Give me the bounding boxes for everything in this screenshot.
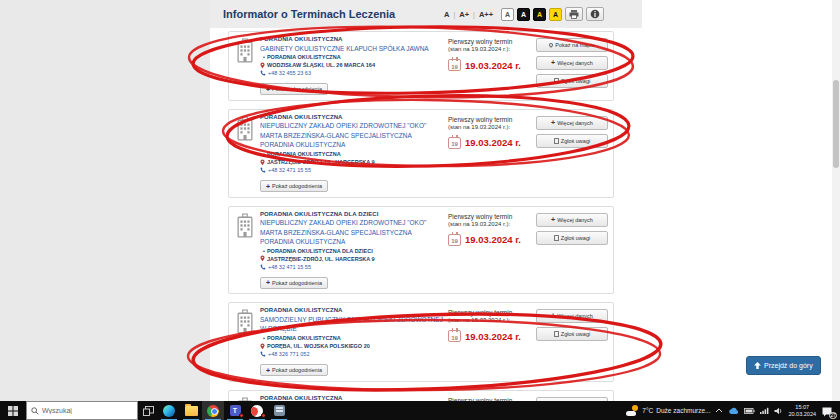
printer-icon [569, 10, 579, 19]
contrast-yellow-black-button[interactable]: A [549, 8, 562, 21]
card-action-label: Więcej danych [557, 217, 593, 223]
bullet-icon: • [263, 54, 265, 60]
hidden-icons-button[interactable] [715, 408, 723, 413]
scrollbar-thumb[interactable] [833, 80, 839, 168]
card-action-plus-button[interactable]: Więcej danych [536, 309, 608, 323]
phone-icon [260, 351, 266, 357]
plus-icon [551, 120, 555, 126]
weather-icon [626, 405, 639, 416]
facility-name-link[interactable]: SAMODZIELNY PUBLICZNY ZAKŁAD OPIEKI ZDRO… [260, 315, 444, 334]
facility-name-link[interactable]: NIEPUBLICZNY ZAKŁAD OPIEKI ZDROWOTNEJ "O… [260, 218, 444, 246]
amenities-label: Pokaż udogodnienia [272, 367, 322, 373]
card-subcategory-label: PORADNIA OKULISTYCZNA [267, 335, 341, 341]
windows-logo-icon [8, 406, 18, 416]
card-phone[interactable]: +48 32 455 23 63 [260, 70, 444, 76]
taskbar-app-edge[interactable] [158, 401, 180, 420]
notes-app-icon [274, 405, 285, 416]
calendar-day: 19 [449, 64, 460, 70]
font-size-larger-button[interactable]: A+ [459, 10, 469, 19]
card-actions: Więcej danychZgłoś uwagi [536, 114, 608, 193]
clock-time: 15:07 [788, 404, 816, 411]
browser-page: Informator o Terminach Leczenia A | A+ |… [210, 0, 832, 401]
taskbar-app-notes[interactable] [268, 401, 290, 420]
card-address: WODZISŁAW ŚLĄSKI, UL. 26 MARCA 164 [260, 62, 444, 69]
note-icon [554, 235, 559, 241]
card-term-info: Pierwszy wolny termin (stan na 15.03.202… [448, 307, 536, 376]
card-action-plus-button[interactable]: Więcej danych [536, 56, 608, 70]
volume-tray-icon[interactable] [774, 407, 783, 415]
contrast-default-button[interactable]: A [501, 8, 514, 21]
facility-name-link[interactable]: GABINETY OKULISTYCZNE KLAPUCH SPÓŁKA JAW… [260, 44, 444, 53]
taskbar-app-file-explorer[interactable] [180, 401, 202, 420]
show-amenities-button[interactable]: +Pokaż udogodnienia [260, 83, 328, 95]
notification-count-badge: 27 [829, 412, 837, 419]
taskbar-app-chrome[interactable] [202, 401, 224, 420]
browser-scrollbar[interactable] [832, 0, 840, 401]
calendar-icon: 19 [448, 59, 461, 71]
plus-icon: + [266, 280, 270, 285]
card-action-label: Zgłoś uwagi [561, 78, 590, 84]
back-to-top-button[interactable]: Przejdź do góry [746, 356, 821, 375]
font-size-largest-button[interactable]: A++ [479, 10, 493, 19]
card-address: JASTRZĘBIE-ZDRÓJ, UL. HARCERSKA 9 [260, 255, 444, 262]
card-action-plus-button[interactable]: Więcej danych [536, 116, 608, 130]
separator: | [473, 11, 475, 18]
info-button[interactable] [586, 7, 604, 21]
card-address-label: JASTRZĘBIE-ZDRÓJ, UL. HARCERSKA 9 [267, 159, 375, 165]
contrast-black-yellow-button[interactable]: A [533, 8, 546, 21]
taskbar-clock[interactable]: 15:07 20.03.2024 [788, 404, 816, 418]
first-free-term-label: Pierwszy wolny termin [448, 38, 536, 45]
card-phone[interactable]: +48 32 471 15 55 [260, 167, 444, 173]
action-center-button[interactable]: 27 [821, 404, 835, 418]
term-date-row: 19 19.03.2024 r. [448, 59, 536, 71]
card-action-note-button[interactable]: Zgłoś uwagi [536, 231, 608, 245]
hospital-building-icon [234, 114, 260, 193]
card-address: PORĘBA, UL. WOJSKA POLSKIEGO 20 [260, 343, 444, 350]
bullet-icon: • [263, 248, 265, 254]
hospital-building-icon [234, 307, 260, 376]
card-action-plus-button[interactable]: Więcej danych [536, 213, 608, 227]
contrast-black-white-button[interactable]: A [517, 8, 530, 21]
card-phone[interactable]: +48 326 771 052 [260, 351, 444, 357]
hospital-building-icon [234, 36, 260, 96]
file-explorer-icon [185, 406, 198, 416]
network-tray-icon[interactable] [760, 407, 769, 414]
bullet-icon: • [263, 151, 265, 157]
show-amenities-button[interactable]: +Pokaż udogodnienia [260, 277, 328, 289]
card-subcategory: •PORADNIA OKULISTYCZNA [263, 54, 444, 60]
weather-widget[interactable]: 7°C Duże zachmurze... [626, 405, 710, 416]
show-amenities-button[interactable]: +Pokaż udogodnienia [260, 180, 328, 192]
taskbar-app-teams[interactable]: T [224, 401, 246, 420]
print-button[interactable] [565, 7, 583, 21]
cloud-icon [728, 407, 739, 415]
card-action-note-button[interactable]: Zgłoś uwagi [536, 134, 608, 148]
card-phone[interactable]: +48 32 471 15 55 [260, 264, 444, 270]
card-action-map-pin-button[interactable]: Pokaż na mapie [536, 38, 608, 52]
battery-tray-icon[interactable] [744, 408, 755, 414]
edge-icon [163, 405, 175, 417]
facility-name-link[interactable]: NIEPUBLICZNY ZAKŁAD OPIEKI ZDROWOTNEJ "O… [260, 121, 444, 149]
card-action-label: Zgłoś uwagi [561, 235, 590, 241]
hospital-building-icon [234, 211, 260, 290]
search-input[interactable] [42, 407, 128, 414]
separator: | [453, 11, 455, 18]
taskbar-app-red-circle[interactable] [246, 401, 268, 420]
first-free-date: 19.03.2024 r. [465, 137, 521, 148]
font-size-normal-button[interactable]: A [444, 10, 449, 19]
card-action-note-button[interactable]: Zgłoś uwagi [536, 327, 608, 341]
plus-icon: + [266, 368, 270, 373]
taskbar-search[interactable] [26, 401, 138, 420]
card-action-note-button[interactable]: Zgłoś uwagi [536, 74, 608, 88]
start-button[interactable] [0, 401, 26, 420]
card-action-label: Więcej danych [557, 120, 593, 126]
task-view-button[interactable] [138, 401, 158, 420]
phone-icon [260, 167, 266, 173]
plus-icon [551, 60, 555, 66]
taskbar: T 7°C Duże zachmurze... [0, 401, 840, 420]
clinic-card: PORADNIA OKULISTYCZNA NIEPUBLICZNY ZAKŁA… [228, 109, 614, 198]
show-amenities-button[interactable]: +Pokaż udogodnienia [260, 364, 328, 376]
weather-temp: 7°C [642, 407, 653, 414]
term-date-row: 19 19.03.2024 r. [448, 330, 536, 342]
note-icon [554, 331, 559, 337]
onedrive-tray-icon[interactable] [728, 407, 739, 415]
